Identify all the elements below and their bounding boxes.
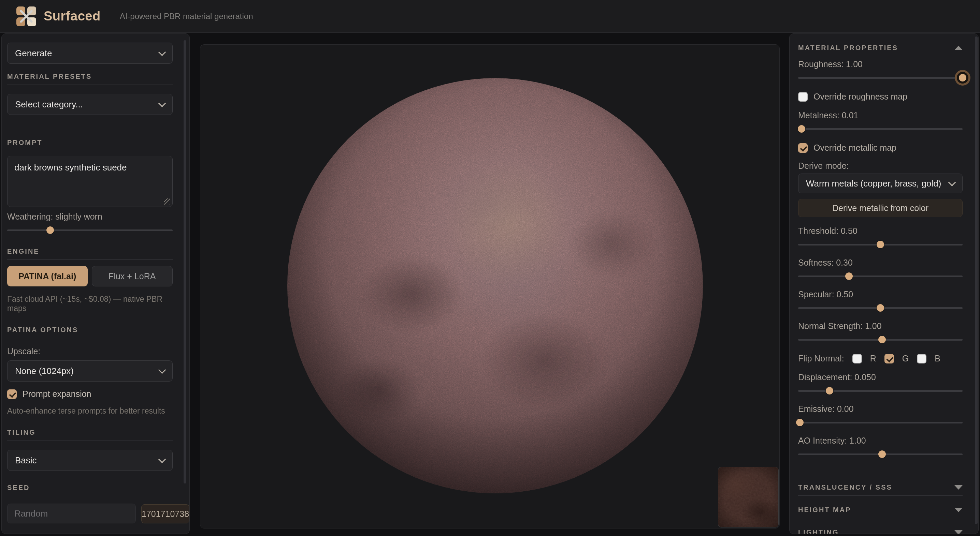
slider-thumb[interactable] [959, 74, 966, 81]
collapse-down-icon [955, 530, 963, 534]
upscale-dropdown[interactable]: None (1024px) [7, 360, 173, 382]
app-title: Surfaced [44, 9, 101, 24]
collapse-up-icon[interactable] [955, 46, 963, 50]
specular-slider[interactable] [798, 303, 963, 312]
material-presets-header: MATERIAL PRESETS [7, 73, 173, 81]
preview-viewport[interactable] [200, 44, 780, 528]
translucency-section-toggle[interactable]: TRANSLUCENCY / SSS [798, 484, 963, 491]
thumbnail-shading [718, 467, 778, 527]
divider [798, 473, 963, 473]
flip-normal-g-label: G [902, 354, 909, 363]
specular-label: Specular: 0.50 [798, 290, 963, 300]
app-header: Surfaced AI-powered PBR material generat… [0, 0, 980, 33]
generation-sidebar: Generate MATERIAL PRESETS Select categor… [2, 33, 190, 534]
slider-track [798, 390, 963, 392]
material-preview-sphere[interactable] [287, 78, 703, 493]
prompt-textarea[interactable]: dark browns synthetic suede [8, 156, 172, 207]
override-metallic-label: Override metallic map [813, 143, 896, 153]
threshold-label: Threshold: 0.50 [798, 226, 963, 236]
last-seed-button[interactable]: 1701710738 [141, 504, 189, 523]
threshold-slider[interactable] [798, 240, 963, 249]
engine-patina-button[interactable]: PATINA (fal.ai) [7, 266, 88, 286]
slider-track [7, 230, 173, 231]
divider [7, 84, 173, 85]
metalness-slider[interactable] [798, 124, 963, 133]
engine-flux-button[interactable]: Flux + LoRA [92, 266, 173, 286]
metalness-label: Metalness: 0.01 [798, 111, 963, 121]
category-dropdown-value: Select category... [15, 99, 83, 110]
displacement-slider[interactable] [798, 386, 963, 395]
prompt-expansion-checkbox[interactable] [7, 389, 17, 399]
divider [798, 495, 963, 496]
slider-thumb[interactable] [845, 273, 853, 280]
check-icon [886, 355, 893, 362]
ao-intensity-label: AO Intensity: 1.00 [798, 436, 963, 446]
override-roughness-checkbox[interactable] [798, 92, 808, 101]
slider-thumb[interactable] [878, 336, 886, 343]
check-icon [9, 390, 16, 398]
normal-strength-slider[interactable] [798, 335, 963, 344]
emissive-label: Emissive: 0.00 [798, 404, 963, 414]
chevron-down-icon [158, 455, 166, 463]
flip-normal-g-checkbox[interactable] [885, 354, 894, 363]
divider [7, 338, 173, 338]
divider [7, 496, 173, 496]
flip-normal-r-checkbox[interactable] [853, 354, 862, 363]
material-properties-header: MATERIAL PROPERTIES [798, 44, 898, 52]
slider-thumb[interactable] [877, 241, 884, 248]
roughness-label: Roughness: 1.00 [798, 59, 963, 69]
lighting-section-toggle[interactable]: LIGHTING [798, 528, 963, 534]
patina-options-header: PATINA OPTIONS [7, 326, 173, 334]
app-window: Surfaced AI-powered PBR material generat… [0, 0, 980, 536]
slider-track [798, 422, 963, 423]
flip-normal-b-label: B [935, 354, 940, 363]
chevron-down-icon [948, 178, 956, 186]
flip-normal-label: Flip Normal: [798, 354, 844, 363]
divider [7, 151, 173, 151]
mode-dropdown[interactable]: Generate [7, 43, 173, 64]
prompt-expansion-label: Prompt expansion [22, 389, 91, 399]
derive-mode-value: Warm metals (copper, brass, gold) [806, 178, 941, 189]
override-metallic-checkbox[interactable] [798, 143, 808, 153]
emissive-slider[interactable] [798, 418, 963, 427]
slider-thumb[interactable] [796, 419, 803, 426]
resize-handle-icon[interactable] [164, 198, 170, 205]
chevron-down-icon [158, 48, 166, 56]
slider-thumb[interactable] [46, 227, 54, 234]
weathering-label: Weathering: slightly worn [7, 212, 173, 222]
derive-mode-label: Derive mode: [798, 161, 963, 171]
tiling-dropdown[interactable]: Basic [7, 450, 173, 471]
prompt-expansion-hint: Auto-enhance terse prompts for better re… [7, 406, 173, 415]
softness-label: Softness: 0.30 [798, 258, 963, 268]
flip-normal-r-label: R [870, 354, 876, 363]
roughness-slider[interactable] [798, 73, 963, 82]
prompt-textarea-container: dark browns synthetic suede [7, 156, 173, 207]
upscale-label: Upscale: [7, 346, 173, 356]
normal-strength-label: Normal Strength: 1.00 [798, 321, 963, 331]
softness-slider[interactable] [798, 272, 963, 281]
tiling-dropdown-value: Basic [15, 455, 37, 466]
collapse-down-icon [955, 485, 963, 490]
slider-track [798, 77, 963, 79]
slider-thumb[interactable] [877, 304, 884, 312]
texture-thumbnail[interactable] [718, 467, 779, 528]
engine-hint: Fast cloud API (~15s, ~$0.08) — native P… [7, 295, 173, 313]
derive-metallic-button[interactable]: Derive metallic from color [798, 199, 963, 217]
weathering-slider[interactable] [7, 226, 173, 235]
slider-thumb[interactable] [826, 387, 833, 395]
derive-mode-dropdown[interactable]: Warm metals (copper, brass, gold) [798, 174, 963, 193]
seed-input[interactable] [7, 504, 136, 523]
flip-normal-b-checkbox[interactable] [917, 354, 926, 363]
slider-thumb[interactable] [798, 125, 805, 133]
displacement-label: Displacement: 0.050 [798, 372, 963, 382]
height-map-section-toggle[interactable]: HEIGHT MAP [798, 506, 963, 514]
properties-scrollbar[interactable] [975, 36, 978, 524]
tiling-header: TILING [7, 428, 173, 436]
divider [7, 441, 173, 441]
ao-intensity-slider[interactable] [798, 450, 963, 458]
category-dropdown[interactable]: Select category... [7, 94, 173, 115]
override-roughness-label: Override roughness map [813, 92, 907, 101]
prompt-header: PROMPT [7, 139, 173, 147]
sidebar-scrollbar[interactable] [184, 40, 186, 484]
slider-thumb[interactable] [878, 450, 886, 458]
